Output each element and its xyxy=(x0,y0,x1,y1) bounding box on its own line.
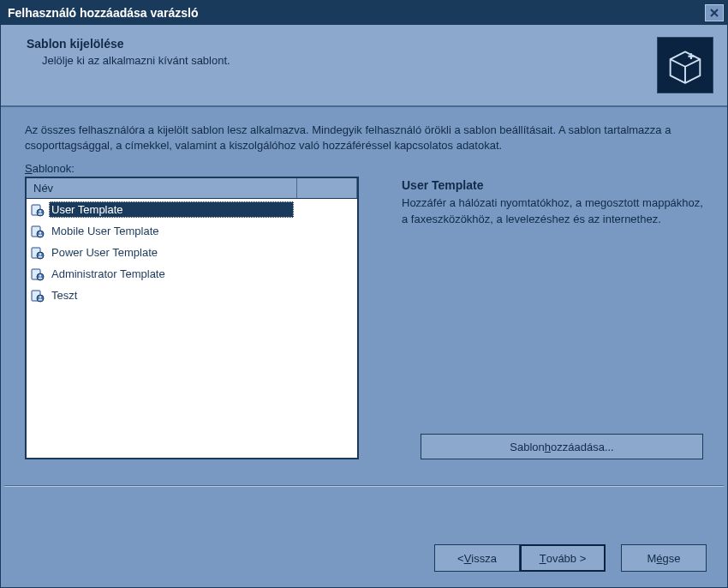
template-detail-title: User Template xyxy=(402,178,703,192)
svg-point-5 xyxy=(39,231,42,234)
next-button[interactable]: Tovább > xyxy=(520,544,606,572)
list-item-label: Mobile User Template xyxy=(51,225,158,237)
add-template-button[interactable]: Sablon hozzáadása... xyxy=(421,434,703,459)
user-template-icon xyxy=(30,224,45,239)
svg-point-8 xyxy=(39,253,42,255)
instruction-text: Az összes felhasználóra a kijelölt sablo… xyxy=(25,123,703,153)
templates-label: Sablonok: xyxy=(25,162,703,175)
templates-listview[interactable]: Név User Template xyxy=(25,177,359,459)
template-detail-description: Hozzáfér a hálózati nyomtatókhoz, a mego… xyxy=(402,195,703,226)
list-item-label: Power User Template xyxy=(51,246,158,259)
content-area: Az összes felhasználóra a kijelölt sablo… xyxy=(1,107,727,468)
header-subtitle: Jelölje ki az alkalmazni kívánt sablont. xyxy=(27,54,657,67)
header-title: Sablon kijelölése xyxy=(27,37,657,51)
svg-point-14 xyxy=(39,296,42,298)
window-title: Felhasználó hozzáadása varázsló xyxy=(8,6,705,20)
close-button[interactable] xyxy=(705,4,724,21)
wizard-window: Felhasználó hozzáadása varázsló Sablon k… xyxy=(0,0,728,588)
wizard-footer: < Vissza Tovább > Mégse xyxy=(434,544,707,572)
user-template-icon xyxy=(30,202,45,218)
list-item-label: Teszt xyxy=(51,289,77,302)
cancel-button[interactable]: Mégse xyxy=(621,544,707,572)
user-template-icon xyxy=(30,267,45,282)
list-item[interactable]: Mobile User Template xyxy=(27,220,357,242)
list-item[interactable]: Teszt xyxy=(27,285,357,306)
list-body: User Template Mobile User Template xyxy=(27,199,357,306)
user-template-icon xyxy=(30,288,45,303)
list-item-label: User Template xyxy=(51,203,123,216)
list-item[interactable]: Power User Template xyxy=(27,242,357,263)
svg-point-11 xyxy=(39,274,42,277)
column-header-empty[interactable] xyxy=(297,178,357,198)
list-header: Név xyxy=(27,178,357,199)
titlebar: Felhasználó hozzáadása varázsló xyxy=(1,1,727,25)
back-button[interactable]: < Vissza xyxy=(434,544,520,572)
header-box-icon xyxy=(657,37,713,93)
list-item-label: Administrator Template xyxy=(51,267,165,280)
list-item[interactable]: User Template xyxy=(27,199,297,220)
user-template-icon xyxy=(30,245,45,261)
close-icon xyxy=(710,9,719,17)
wizard-header: Sablon kijelölése Jelölje ki az alkalmaz… xyxy=(1,25,727,107)
svg-point-2 xyxy=(39,210,42,213)
svg-point-1 xyxy=(37,209,44,216)
separator xyxy=(4,485,724,487)
list-item[interactable]: Administrator Template xyxy=(27,263,357,285)
column-header-name[interactable]: Név xyxy=(27,178,297,198)
